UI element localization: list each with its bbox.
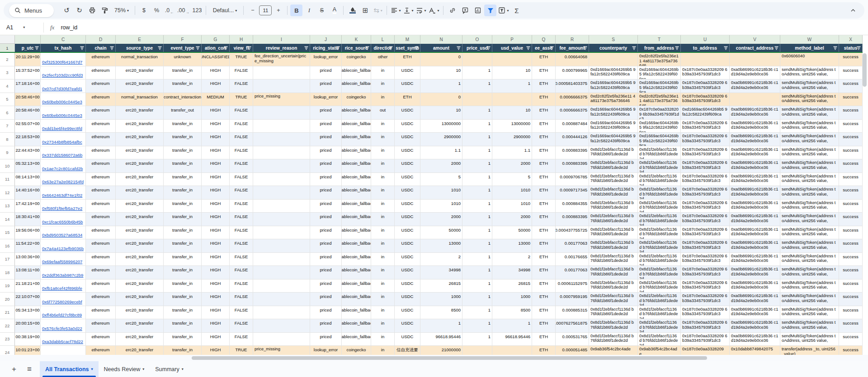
cell-to-address[interactable]: 0xd1669ac6044269b5 9fa12c5822439f609ca [681,106,730,120]
cell-classification-confidence[interactable]: HIGH [202,66,230,80]
tx-hash-link[interactable]: 0x63e27a2e082154fd [42,179,84,184]
row-number[interactable]: 23 [0,333,15,346]
cell-review-flag[interactable]: FALSE [230,173,253,186]
cell-event-type[interactable]: transfer_in [164,173,202,186]
cell-review-reason[interactable] [253,319,310,333]
cell-amount[interactable]: 50000 [420,226,462,240]
tx-hash-link[interactable]: 0x6642463df74e1f02 [42,193,82,198]
cell-amount[interactable]: 1.1 [420,146,462,160]
cell-pricing-status[interactable]: priced [310,279,342,293]
tx-hash-link[interactable]: 0x2ddf363ab987c2b9 [42,273,83,278]
cell-timestamp-utc[interactable]: 13:08:11+00 [15,266,41,279]
cell-counterparty[interactable]: 0x8d1f2ebfaccf1136d b76fdd1b86f1dede2d [589,146,638,160]
cell-price-source[interactable]: stablecoin_fallback [342,79,371,93]
cell-contract-address[interactable]: 0xa0b86991c6218b36 c1d19d4a2e9eb0ce36 [730,186,780,200]
cell-to-address[interactable]: 0x187c0e0aa3328209 6b39a33457939f1dc3 [681,159,730,173]
cell-amount[interactable]: 1 [420,79,462,93]
cell-classification-confidence[interactable]: HIGH [202,186,230,200]
cell-fee-asset[interactable]: ETH [532,346,556,355]
cell-price-usd[interactable]: 1 [462,146,492,160]
cell-counterparty[interactable]: 0x8d1f2ebfaccf1136d b76fdd1b86f1dede2d [589,306,638,320]
functions-button[interactable]: Σ [511,5,523,16]
cell-price-usd[interactable]: 1 [462,333,492,346]
paint-format-button[interactable] [99,5,111,16]
cell-price-source[interactable]: stablecoin_fallback [342,66,371,80]
cell-price-source[interactable]: stablecoin_fallback [342,213,371,226]
column-header-source-type[interactable]: source_type [116,44,164,52]
cell-source-type[interactable]: erc20_transfer [116,79,164,93]
horizontal-align-button[interactable]: ▾ [390,5,402,16]
tx-hash-link[interactable]: 0xa3dabb5cacf78d22 [42,339,83,344]
cell-status[interactable]: success [839,239,863,253]
vertical-scrollbar[interactable] [863,53,867,87]
cell-method-label[interactable]: sendMultiSigToken(address toAddress, uin… [780,146,839,160]
cell-timestamp-utc[interactable]: 22:18:53+00 [15,133,41,146]
column-header-usd-value[interactable]: usd_value [492,44,532,52]
cell-review-flag[interactable]: FALSE [230,333,253,346]
cell-tx-hash[interactable]: 0xc1fcac6550b6b45b [41,213,86,226]
cell-direction[interactable]: out [371,106,395,120]
cell-price-usd[interactable] [462,93,492,107]
cell-classification-confidence[interactable]: HIGH [202,120,230,133]
column-header-fee-amount[interactable]: fee_amount [556,44,589,52]
cell-from-address[interactable]: 0xd1669ac6044269b5 9fa12c5822439f609ca [638,120,681,133]
cell-event-type[interactable]: transfer_in [164,120,202,133]
cell-amount[interactable]: 1 [420,319,462,333]
column-letter[interactable]: C [41,35,86,44]
cell-fee-asset[interactable]: ETH [532,146,556,160]
cell-timestamp-utc[interactable]: 20:00:15+00 [15,319,41,333]
cell-source-type[interactable]: erc20_transfer [116,186,164,200]
cell-amount[interactable]: 2000 [420,159,462,173]
cell-review-reason[interactable] [253,226,310,240]
cell-tx-hash[interactable]: 0xbd9503527a68534 [41,226,86,240]
cell-asset-symbol[interactable]: USDC [395,133,420,146]
cell-price-usd[interactable] [462,53,492,66]
cell-amount[interactable]: 10 [420,106,462,120]
cell-chain[interactable]: ethereum [86,266,116,279]
cell-asset-symbol[interactable]: USDC [395,279,420,293]
column-letter[interactable]: I [253,35,310,44]
horizontal-scrollbar[interactable] [192,356,707,360]
cell-fee-amount[interactable]: 0.00664068 [556,53,589,66]
cell-asset-symbol[interactable]: USDC [395,213,420,226]
cell-direction[interactable]: in [371,279,395,293]
row-number[interactable]: 24 [0,346,15,355]
column-header-tx-hash[interactable]: tx_hash [41,44,86,52]
cell-method-label[interactable]: 0x60606040 [780,53,839,66]
cell-event-type[interactable]: transfer_in [164,253,202,266]
column-header-review-reason[interactable]: review_reason [253,44,310,52]
vertical-align-button[interactable]: ▾ [402,5,415,16]
cell-amount[interactable]: 2000 [420,213,462,226]
cell-event-type[interactable]: transfer_in [164,146,202,160]
cell-chain[interactable]: ethereum [86,66,116,80]
cell-counterparty[interactable]: 0xd1669ac6044269b5 9fa12c5822439f609ca [589,120,638,133]
cell-status[interactable]: success [839,146,863,160]
cell-price-source[interactable]: stablecoin_fallback [342,159,371,173]
cell-price-usd[interactable]: 1 [462,293,492,306]
cell-counterparty[interactable]: 0x8d1f2ebfaccf1136d b76fdd1b86f1dede2d [589,226,638,240]
cell-tx-hash[interactable]: 0x27344b8fb854afbc [41,133,86,146]
cell-review-flag[interactable]: FALSE [230,279,253,293]
tx-hash-link[interactable]: 0x07cd7d30fd7eafd1 [42,86,82,91]
filter-views-button[interactable]: ▾ [497,5,510,16]
cell-event-type[interactable]: transfer_in [164,293,202,306]
cell-pricing-status[interactable]: priced [310,239,342,253]
cell-fee-asset[interactable]: ETH [532,93,556,107]
cell-amount[interactable]: 96618.95446 [420,333,462,346]
cell-review-flag[interactable]: FALSE [230,266,253,279]
row-number[interactable]: 5 [0,93,15,107]
tx-hash-link[interactable]: 0xf325300f641667d7 [42,60,82,65]
cell-from-address[interactable]: 0x8d1f2ebfaccf1136d b76fdd1b86f1dede2d [638,239,681,253]
cell-amount[interactable]: 34998 [420,266,462,279]
cell-event-type[interactable]: transfer_in [164,133,202,146]
cell-price-usd[interactable]: 1 [462,213,492,226]
bold-button[interactable]: B [290,5,302,16]
cell-amount[interactable]: 5 [420,173,462,186]
cell-price-usd[interactable]: 1 [462,279,492,293]
cell-review-flag[interactable]: FALSE [230,293,253,306]
cell-contract-address[interactable]: 0xa0b86991c6218b36 c1d19d4a2e9eb0ce36 [730,333,780,346]
cell-timestamp-utc[interactable]: 17:18:16+00 [15,79,41,93]
cell-price-usd[interactable] [462,346,492,355]
cell-method-label[interactable]: sendMultiSigToken(address toAddress, uin… [780,333,839,346]
increase-decimal-button[interactable]: .00→ [176,5,190,16]
